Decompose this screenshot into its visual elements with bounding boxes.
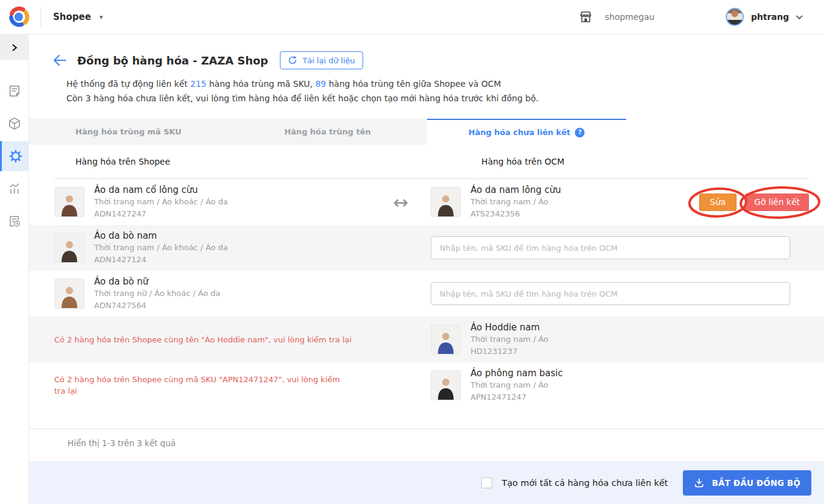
product-image <box>431 187 461 217</box>
ocm-product-category: Thời trang nam / Áo <box>471 333 548 345</box>
product-image <box>54 233 84 263</box>
back-button[interactable] <box>53 55 66 66</box>
ocm-product-category: Thời trang nam / Áo <box>471 379 563 391</box>
document-icon <box>8 84 21 98</box>
count-unlinked: 3 <box>86 93 91 103</box>
table-row: Áo da nam cổ lông cừu Thời trang nam / Á… <box>29 179 824 225</box>
results-divider <box>29 429 824 429</box>
count-matched-sku: 215 <box>191 79 207 89</box>
main-content: Đồng bộ hàng hóa - ZAZA Shop Tải lại dữ … <box>29 34 824 504</box>
ocm-product-sku: ATS2342356 <box>471 208 561 220</box>
product-image <box>431 370 461 400</box>
summary-line-1: Hệ thống đã tự động liên kết 215 hàng hó… <box>66 77 824 91</box>
sidebar-item-analytics[interactable] <box>0 174 29 204</box>
start-sync-button[interactable]: BẮT ĐẦU ĐỒNG BỘ <box>683 470 811 496</box>
tab-bar: Hàng hóa trùng mã SKU Hàng hóa trùng tên… <box>29 119 626 145</box>
product-image <box>54 279 84 309</box>
help-icon[interactable]: ? <box>575 128 585 137</box>
caret-down-icon: ▾ <box>100 13 103 21</box>
shopee-product-category: Thời trang nam / Áo khoác / Áo da <box>94 242 228 254</box>
shopee-product-name: Áo da nam cổ lông cừu <box>94 184 228 196</box>
table-row: Áo da bò nữ Thời trang nữ / Áo khoác / Á… <box>29 271 824 317</box>
column-header-shopee: Hàng hóa trên Shopee <box>75 157 170 166</box>
top-header: Shopee ▾ shopmegau phtrang <box>0 0 824 34</box>
reload-data-button[interactable]: Tải lại dữ liệu <box>280 51 363 69</box>
reload-data-label: Tải lại dữ liệu <box>302 56 355 65</box>
package-icon <box>8 117 21 130</box>
shopee-product-sku: ADN1427124 <box>94 254 228 266</box>
sidebar-item-products[interactable] <box>0 109 29 139</box>
tab-duplicate-name[interactable]: Hàng hóa trùng tên <box>228 119 427 145</box>
ocm-logo-icon <box>7 5 31 29</box>
channel-name: Shopee <box>53 11 91 22</box>
shopee-product-category: Thời trang nữ / Áo khoác / Áo da <box>94 288 220 300</box>
create-all-checkbox[interactable] <box>481 477 492 488</box>
sidebar-item-settings[interactable] <box>0 141 29 171</box>
sidebar-expand-button[interactable] <box>0 34 29 60</box>
page-title: Đồng bộ hàng hóa - ZAZA Shop <box>77 54 268 67</box>
table-column-headers: Hàng hóa trên Shopee Hàng hóa trên OCM <box>29 145 824 178</box>
bottom-action-bar: Tạo mới tất cả hàng hóa chưa liên kết BẮ… <box>29 461 824 504</box>
shopee-product-name: Áo da bò nữ <box>94 276 220 288</box>
ocm-product-sku: HD1231237 <box>471 345 548 358</box>
create-all-toggle[interactable]: Tạo mới tất cả hàng hóa chưa liên kết <box>481 477 668 488</box>
back-arrow-icon <box>53 55 66 66</box>
ocm-product-search-input[interactable] <box>431 282 790 305</box>
sync-summary: Hệ thống đã tự động liên kết 215 hàng hó… <box>66 77 824 106</box>
start-sync-label: BẮT ĐẦU ĐỒNG BỘ <box>712 478 800 488</box>
ocm-product-name: Áo da nam lông cừu <box>471 184 561 196</box>
store-icon <box>578 10 593 24</box>
ocm-product-category: Thời trang nam / Áo <box>471 196 561 208</box>
avatar[interactable] <box>726 8 744 26</box>
store-name: shopmegau <box>605 12 654 22</box>
chevron-right-icon <box>11 43 18 52</box>
shopee-product-sku: ADN1427247 <box>94 208 228 220</box>
table-row: Áo da bò nam Thời trang nam / Áo khoác /… <box>29 225 824 271</box>
ocm-product-name: Áo Hoddie nam <box>471 321 548 333</box>
count-matched-name: 89 <box>315 79 326 89</box>
tab-unlinked[interactable]: Hàng hóa chưa liên kết ? <box>427 119 626 145</box>
tab-duplicate-sku[interactable]: Hàng hóa trùng mã SKU <box>29 119 228 145</box>
ocm-product-sku: APN12471247 <box>471 391 563 403</box>
header-divider <box>40 7 41 27</box>
refresh-icon <box>288 55 297 65</box>
table-row: Có 2 hàng hóa trên Shopee cùng mã SKU "A… <box>29 362 824 408</box>
product-rows: Áo da nam cổ lông cừu Thời trang nam / Á… <box>29 179 824 408</box>
report-clock-icon <box>8 215 21 228</box>
sidebar <box>0 34 29 504</box>
gear-icon <box>8 149 23 163</box>
ocm-product-search-input[interactable] <box>431 236 790 259</box>
shopee-product-sku: ADN7427564 <box>94 300 220 312</box>
link-arrow-icon: ↔ <box>393 192 408 213</box>
shopee-product-category: Thời trang nam / Áo khoác / Áo da <box>94 196 228 208</box>
shopee-product-name: Áo da bò nam <box>94 230 228 242</box>
product-image <box>431 324 461 354</box>
sidebar-item-reports[interactable] <box>0 206 29 236</box>
product-image <box>54 187 84 217</box>
channel-switcher[interactable]: Shopee ▾ <box>53 11 103 22</box>
ocm-product-name: Áo phông nam basic <box>471 367 563 379</box>
create-all-label: Tạo mới tất cả hàng hóa chưa liên kết <box>502 478 668 488</box>
duplicate-name-warning: Có 2 hàng hóa trên Shopee cùng tên "Áo H… <box>54 334 370 345</box>
summary-line-2: Còn 3 hàng hóa chưa liên kết, vui lòng t… <box>66 91 824 106</box>
column-header-ocm: Hàng hóa trên OCM <box>481 157 565 166</box>
store-chip[interactable]: shopmegau <box>578 10 654 24</box>
download-icon <box>694 477 705 488</box>
chart-icon <box>8 182 21 195</box>
duplicate-sku-warning: Có 2 hàng hóa trên Shopee cùng mã SKU "A… <box>54 374 370 397</box>
edit-button[interactable]: Sửa <box>699 194 737 211</box>
unlink-button[interactable]: Gỡ liên kết <box>745 194 809 211</box>
results-count: Hiển thị 1-3 trên 3 kết quả <box>68 438 824 448</box>
table-row: Có 2 hàng hóa trên Shopee cùng tên "Áo H… <box>29 317 824 362</box>
sidebar-item-orders[interactable] <box>0 76 29 106</box>
user-name: phtrang <box>751 12 789 22</box>
user-menu-chevron-icon[interactable] <box>795 14 803 20</box>
